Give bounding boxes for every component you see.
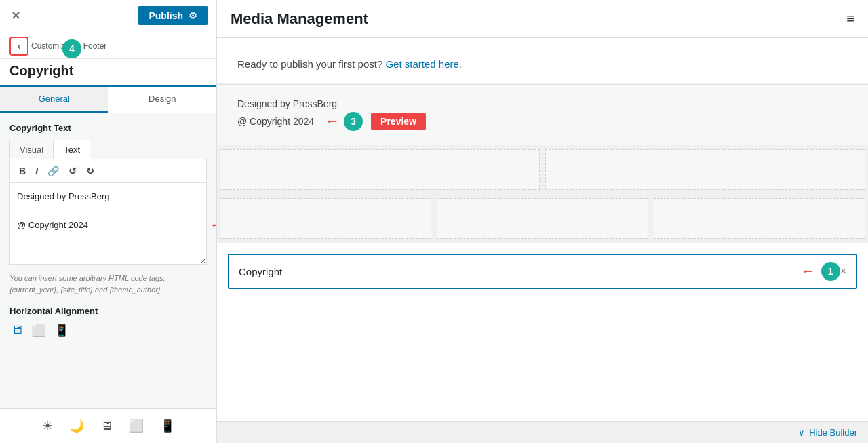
hide-builder-label: Hide Builder (809, 427, 857, 438)
badge1: 1 (821, 262, 840, 281)
back-icon: ‹ (18, 41, 21, 52)
copyright-bar: Copyright ← 1 × (228, 254, 857, 289)
left-panel: ✕ Publish ⚙ ‹ Customizing › Footer 4 Cop… (0, 0, 217, 443)
right-panel: Media Management ≡ Ready to publish your… (217, 0, 868, 443)
editor-area-wrapper: Designed by PressBerg @ Copyright 2024 ←… (9, 183, 207, 267)
site-title: Media Management (231, 10, 368, 28)
footer-block-3 (220, 198, 431, 239)
preview-header: Media Management ≡ (217, 0, 868, 38)
back-button[interactable]: ‹ (9, 37, 28, 56)
panel-content: Copyright Text Visual Text B I 🔗 ↺ ↻ Des… (0, 113, 216, 408)
link-button[interactable]: 🔗 (44, 163, 62, 178)
bottom-bar: ☀ 🌙 🖥 ⬜ 📱 (0, 408, 216, 443)
device-tablet-button[interactable]: ⬜ (126, 416, 146, 436)
hide-builder-bar[interactable]: ∨ Hide Builder (217, 421, 868, 443)
page-title: Copyright (0, 59, 216, 87)
arrow1-icon: ← (801, 263, 816, 280)
copyright-bar-wrapper: Copyright ← 1 × (217, 243, 868, 294)
theme-dark-button[interactable]: 🌙 (66, 416, 87, 436)
device-desktop-button[interactable]: 🖥 (98, 417, 115, 436)
tabs-bar: General Design (0, 87, 216, 113)
tab-general[interactable]: General (0, 87, 108, 113)
ready-text: Ready to publish your first post? Get st… (237, 58, 848, 70)
copyright-close-button[interactable]: × (840, 265, 846, 277)
editor-tab-text[interactable]: Text (54, 140, 90, 159)
preview-badge: Preview (371, 113, 426, 130)
editor-textarea[interactable]: Designed by PressBerg @ Copyright 2024 (9, 183, 207, 265)
get-started-link[interactable]: Get started here (385, 58, 458, 70)
copyright-text: Copyright (239, 266, 795, 277)
section-label: Copyright Text (9, 123, 207, 133)
undo-button[interactable]: ↺ (65, 163, 80, 178)
footer-line2: @ Copyright 2024 (237, 116, 314, 127)
footer-block-4 (437, 198, 648, 239)
theme-light-button[interactable]: ☀ (39, 416, 56, 436)
bold-button[interactable]: B (16, 163, 29, 178)
arrow2-icon: ← (210, 216, 216, 234)
align-mobile-icon[interactable]: 📱 (53, 322, 71, 339)
editor-tabs: Visual Text (9, 140, 207, 159)
badge3: 3 (344, 112, 363, 131)
alignment-section: Horizontal Alignment 🖥 ⬜ 📱 (9, 306, 207, 339)
tab-design[interactable]: Design (108, 87, 217, 113)
italic-button[interactable]: I (32, 163, 41, 178)
close-button[interactable]: ✕ (8, 5, 24, 26)
footer-line1: Designed by PressBerg (237, 98, 848, 109)
footer-blocks-row2 (217, 194, 868, 243)
breadcrumb: ‹ Customizing › Footer (0, 31, 216, 59)
align-desktop-icon[interactable]: 🖥 (9, 322, 24, 339)
preview-footer: Designed by PressBerg @ Copyright 2024 ←… (217, 84, 868, 145)
helper-text: You can insert some arbitrary HTML code … (9, 273, 207, 295)
editor-toolbar: B I 🔗 ↺ ↻ (9, 159, 207, 183)
device-mobile-button[interactable]: 📱 (157, 416, 178, 436)
alignment-icons: 🖥 ⬜ 📱 (9, 322, 207, 339)
step4-badge: 4 (62, 39, 81, 58)
publish-button[interactable]: Publish ⚙ (138, 6, 208, 25)
redo-button[interactable]: ↻ (83, 163, 98, 178)
alignment-label: Horizontal Alignment (9, 306, 207, 316)
footer-block-1 (220, 149, 540, 190)
align-tablet-icon[interactable]: ⬜ (30, 322, 47, 339)
chevron-down-icon: ∨ (798, 427, 805, 438)
annotation-2: ← 2 (210, 216, 216, 235)
arrow3-icon: ← (325, 113, 340, 130)
footer-block-2 (545, 149, 865, 190)
editor-tab-visual[interactable]: Visual (9, 140, 54, 159)
publish-label: Publish (149, 10, 183, 21)
hamburger-button[interactable]: ≡ (846, 11, 854, 26)
preview-content-area: Ready to publish your first post? Get st… (217, 38, 868, 84)
footer-blocks-row1 (217, 145, 868, 194)
footer-line2-row: @ Copyright 2024 ← 3 Preview (237, 112, 848, 131)
top-bar: ✕ Publish ⚙ (0, 0, 216, 31)
preview-body: Ready to publish your first post? Get st… (217, 38, 868, 421)
footer-block-5 (654, 198, 865, 239)
gear-icon: ⚙ (189, 10, 197, 21)
